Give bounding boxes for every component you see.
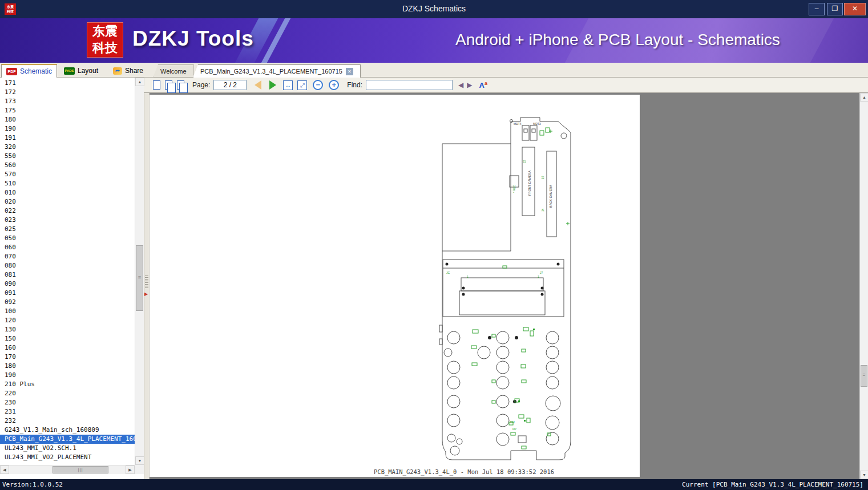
facing-pages-view-button[interactable] bbox=[165, 80, 172, 90]
bookmark-item[interactable]: 170 bbox=[0, 353, 135, 362]
bookmark-item[interactable]: 231 bbox=[0, 407, 135, 416]
page-label: Page: bbox=[192, 81, 210, 89]
bookmark-item[interactable]: 230 bbox=[0, 398, 135, 407]
bookmark-item[interactable]: 060 bbox=[0, 243, 135, 252]
bookmark-item[interactable]: 220 bbox=[0, 389, 135, 398]
bookmark-item[interactable]: 050 bbox=[0, 234, 135, 243]
bookmark-item[interactable]: 173 bbox=[0, 97, 135, 106]
bookmark-item[interactable]: 023 bbox=[0, 216, 135, 225]
sidebar-vscroll-thumb[interactable]: ≡ bbox=[136, 245, 143, 311]
mdt4-label: MDT4 bbox=[514, 122, 522, 125]
bookmark-item[interactable]: 100 bbox=[0, 307, 135, 316]
find-input[interactable] bbox=[366, 80, 453, 90]
bookmark-item[interactable]: 550 bbox=[0, 152, 135, 161]
brand-logo-line1: 东震 bbox=[87, 23, 123, 39]
bookmark-item[interactable]: 092 bbox=[0, 298, 135, 307]
fit-page-button[interactable]: ⤢ bbox=[297, 80, 307, 90]
alignment-dots bbox=[446, 263, 560, 404]
rec-label: * REC bbox=[512, 185, 516, 193]
bookmark-item[interactable]: 171 bbox=[0, 79, 135, 88]
bookmark-item[interactable]: 091 bbox=[0, 289, 135, 298]
bookmark-item[interactable]: 510 bbox=[0, 179, 135, 188]
sidebar-vertical-scrollbar[interactable]: ▲ ≡ ▼ bbox=[135, 78, 144, 465]
bookmark-item[interactable]: 090 bbox=[0, 280, 135, 289]
scroll-up-icon[interactable]: ▲ bbox=[135, 78, 144, 86]
bookmark-item[interactable]: 180 bbox=[0, 115, 135, 124]
bookmark-item[interactable]: 320 bbox=[0, 143, 135, 152]
doc-tab-close-icon[interactable]: ✕ bbox=[346, 68, 353, 75]
bookmark-item[interactable]: 210 Plus bbox=[0, 380, 135, 389]
sidebar-horizontal-scrollbar[interactable]: ◀ ||| ▶ bbox=[0, 465, 135, 474]
single-page-view-button[interactable] bbox=[153, 80, 160, 90]
minimize-button[interactable]: – bbox=[809, 3, 825, 15]
find-previous-icon[interactable]: ◀ bbox=[458, 81, 463, 89]
bookmark-item[interactable]: 081 bbox=[0, 270, 135, 280]
front-camera-label: FRONT CAMERA bbox=[528, 171, 531, 196]
bookmark-item[interactable]: 560 bbox=[0, 161, 135, 170]
bookmark-item[interactable]: 150 bbox=[0, 334, 135, 343]
bookmark-item[interactable]: UL243_MMI_VO2.SCH.1 bbox=[0, 444, 135, 453]
next-page-icon[interactable] bbox=[269, 80, 276, 90]
share-icon: ➦ bbox=[113, 67, 122, 75]
bookmark-item[interactable]: 080 bbox=[0, 261, 135, 270]
cam-ref-19: 19 bbox=[541, 176, 544, 179]
find-label: Find: bbox=[347, 81, 362, 89]
bookmark-item[interactable]: 180 bbox=[0, 362, 135, 371]
previous-page-icon[interactable] bbox=[255, 80, 261, 90]
scroll-left-icon[interactable]: ◀ bbox=[0, 465, 9, 474]
sidebar-splitter[interactable]: ▶ bbox=[144, 93, 150, 479]
close-button[interactable]: ✕ bbox=[844, 3, 866, 15]
pads-icon: PADS bbox=[64, 67, 75, 75]
bookmark-item[interactable]: 172 bbox=[0, 88, 135, 97]
doc-tab-placement-label: PCB_Main_G243_V1.3_4L_PLACEMENT_160715 bbox=[200, 68, 342, 75]
viewer-scroll-down-icon[interactable]: ▼ bbox=[860, 471, 868, 479]
splitter-grip-icon[interactable] bbox=[145, 274, 148, 288]
doc-tab-welcome[interactable]: Welcome bbox=[153, 64, 194, 78]
title-bar: 东震 科技 DZKJ Schematics – ❐ ✕ bbox=[0, 0, 868, 18]
viewer-vscroll-thumb[interactable]: ≡ bbox=[861, 365, 867, 387]
bookmark-item[interactable]: G243_V1.3_Main_sch_160809 bbox=[0, 426, 135, 435]
bookmark-item[interactable]: 175 bbox=[0, 106, 135, 115]
bookmark-item[interactable]: 120 bbox=[0, 316, 135, 325]
sidebar-hscroll-thumb[interactable]: ||| bbox=[53, 466, 108, 473]
cam-ref-14: 14 bbox=[541, 208, 544, 212]
bookmark-item[interactable]: PCB_Main_G243_V1.3_4L_PLACEMENT_160715 bbox=[0, 435, 135, 444]
bookmark-item[interactable]: 010 bbox=[0, 188, 135, 197]
splitter-collapse-icon[interactable]: ▶ bbox=[144, 291, 148, 297]
bookmark-item[interactable]: 190 bbox=[0, 371, 135, 380]
bookmark-item[interactable]: UL243_MMI_VO2_PLACEMENT bbox=[0, 453, 135, 462]
bookmark-item[interactable]: 570 bbox=[0, 170, 135, 179]
continuous-view-button[interactable] bbox=[177, 80, 184, 90]
doc-tab-welcome-label: Welcome bbox=[160, 68, 187, 75]
bookmark-item[interactable]: 191 bbox=[0, 133, 135, 143]
scroll-right-icon[interactable]: ▶ bbox=[126, 465, 135, 474]
bookmark-item[interactable]: 190 bbox=[0, 124, 135, 133]
tab-schematic[interactable]: PDF Schematic bbox=[1, 64, 57, 78]
zoom-out-button[interactable]: − bbox=[313, 80, 323, 90]
top-connectors bbox=[522, 125, 537, 140]
app-banner: 东震 科技 DZKJ Tools Android + iPhone & PCB … bbox=[0, 18, 868, 63]
bookmark-item[interactable]: 160 bbox=[0, 343, 135, 353]
viewer-vertical-scrollbar[interactable]: ▲ ≡ ▼ bbox=[859, 93, 868, 479]
dp-label: DP bbox=[512, 427, 517, 431]
fit-width-button[interactable]: ↔ bbox=[283, 80, 293, 90]
match-case-icon[interactable]: Aa bbox=[479, 80, 487, 90]
maximize-button[interactable]: ❐ bbox=[827, 3, 843, 15]
green-pads bbox=[518, 329, 535, 422]
viewer-scroll-up-icon[interactable]: ▲ bbox=[860, 93, 868, 102]
doc-tab-placement[interactable]: PCB_Main_G243_V1.3_4L_PLACEMENT_160715 ✕ bbox=[193, 64, 361, 78]
bookmark-item[interactable]: 020 bbox=[0, 197, 135, 206]
bookmark-item[interactable]: 022 bbox=[0, 206, 135, 216]
zoom-in-button[interactable]: + bbox=[329, 80, 339, 90]
tab-layout[interactable]: PADS Layout bbox=[59, 64, 103, 78]
bookmark-item[interactable]: 130 bbox=[0, 325, 135, 334]
find-next-icon[interactable]: ▶ bbox=[467, 81, 472, 89]
bookmark-item[interactable]: 232 bbox=[0, 416, 135, 426]
bookmark-item[interactable]: 070 bbox=[0, 252, 135, 261]
tab-share[interactable]: ➦ Share bbox=[108, 64, 148, 78]
tab-schematic-label: Schematic bbox=[20, 67, 52, 75]
bookmark-item[interactable]: 025 bbox=[0, 225, 135, 234]
page-number-input[interactable] bbox=[213, 80, 247, 90]
banner-tagline: Android + iPhone & PCB Layout - Schemati… bbox=[455, 31, 780, 49]
scroll-down-icon[interactable]: ▼ bbox=[135, 456, 144, 465]
